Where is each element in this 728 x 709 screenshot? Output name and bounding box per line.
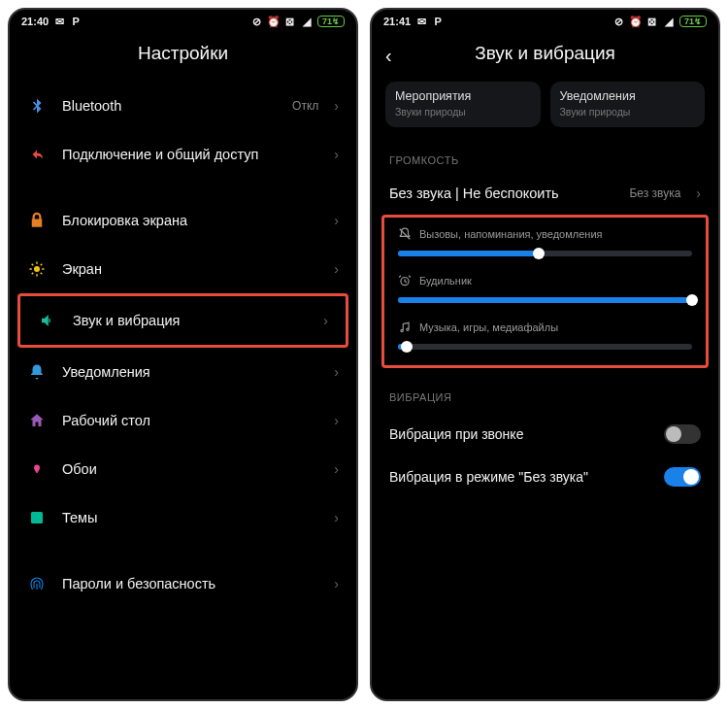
settings-row-lock[interactable]: Блокировка экрана › bbox=[10, 196, 356, 245]
title-text: Звук и вибрация bbox=[475, 43, 615, 63]
toggle-switch[interactable] bbox=[664, 467, 701, 487]
phone-sound: 21:41 ✉ P ⊘ ⏰ ⊠ ◢ 71↯ ‹ Звук и вибрация … bbox=[370, 8, 720, 701]
ringtone-cards: Мероприятия Звуки природы Уведомления Зв… bbox=[372, 82, 718, 137]
settings-row-wallpaper[interactable]: Обои › bbox=[10, 445, 356, 493]
speaker-icon bbox=[38, 311, 57, 330]
bell-off-icon bbox=[398, 227, 412, 241]
signal-icon: ◢ bbox=[663, 16, 675, 27]
phone-settings: 21:40 ✉ P ⊘ ⏰ ⊠ ◢ 71↯ Настройки Bluetoot… bbox=[8, 8, 358, 701]
section-header-volume: ГРОМКОСТЬ bbox=[372, 137, 718, 176]
svg-point-0 bbox=[34, 266, 40, 272]
page-title: Настройки bbox=[10, 29, 356, 82]
dnd-value: Без звука bbox=[629, 186, 680, 200]
card-subtitle: Звуки природы bbox=[395, 106, 531, 118]
row-label: Блокировка экрана bbox=[62, 213, 318, 228]
highlight-box: Звук и вибрация › bbox=[17, 293, 348, 348]
home-icon bbox=[27, 411, 47, 430]
card-title: Уведомления bbox=[560, 89, 696, 103]
volume-slider-music[interactable]: Музыка, игры, медиафайлы bbox=[384, 317, 706, 363]
chevron-right-icon: › bbox=[334, 413, 339, 428]
svg-line-8 bbox=[41, 264, 43, 266]
svg-line-7 bbox=[32, 273, 34, 275]
card-title: Мероприятия bbox=[395, 89, 531, 103]
row-label: Подключение и общий доступ bbox=[62, 147, 318, 162]
slider-track[interactable] bbox=[398, 297, 692, 303]
settings-row-speaker[interactable]: Звук и вибрация › bbox=[20, 296, 346, 345]
settings-row-fingerprint[interactable]: Пароли и безопасность › bbox=[10, 559, 356, 608]
row-label: Экран bbox=[62, 261, 318, 277]
slider-track[interactable] bbox=[398, 251, 692, 256]
slider-label: Вызовы, напоминания, уведомления bbox=[419, 228, 603, 240]
toggle-switch[interactable] bbox=[664, 424, 701, 444]
row-label: Обои bbox=[62, 461, 318, 477]
back-button[interactable]: ‹ bbox=[385, 45, 392, 67]
mail-icon: ✉ bbox=[53, 16, 65, 27]
chevron-right-icon: › bbox=[323, 313, 328, 328]
clock: 21:41 bbox=[383, 16, 411, 27]
alarm-icon bbox=[398, 274, 412, 287]
battery-icon: 71↯ bbox=[317, 16, 345, 27]
alarm-icon: ⏰ bbox=[630, 16, 642, 27]
lock-icon bbox=[27, 211, 47, 230]
clock: 21:40 bbox=[21, 16, 49, 27]
svg-line-6 bbox=[41, 273, 43, 275]
status-bar: 21:40 ✉ P ⊘ ⏰ ⊠ ◢ 71↯ bbox=[10, 10, 356, 29]
slider-label: Музыка, игры, медиафайлы bbox=[419, 321, 558, 333]
svg-rect-9 bbox=[31, 512, 43, 523]
row-value: Откл bbox=[292, 99, 318, 113]
mail-icon: ✉ bbox=[415, 16, 427, 27]
dnd-label: Без звука | Не беспокоить bbox=[389, 186, 613, 201]
row-label: Bluetooth bbox=[62, 98, 277, 114]
slider-track[interactable] bbox=[398, 344, 692, 350]
toggle-label: Вибрация при звонке bbox=[389, 426, 523, 442]
chevron-right-icon: › bbox=[334, 576, 339, 591]
settings-list: Bluetooth Откл › Подключение и общий дос… bbox=[10, 82, 356, 608]
settings-row-bell[interactable]: Уведомления › bbox=[10, 348, 356, 396]
chevron-right-icon: › bbox=[334, 461, 339, 477]
settings-row-themes[interactable]: Темы › bbox=[10, 493, 356, 542]
battery-icon: 71↯ bbox=[679, 16, 707, 27]
status-bar: 21:41 ✉ P ⊘ ⏰ ⊠ ◢ 71↯ bbox=[372, 10, 718, 29]
chevron-right-icon: › bbox=[334, 147, 339, 162]
highlight-box: Вызовы, напоминания, уведомления Будильн… bbox=[381, 215, 709, 368]
row-label: Уведомления bbox=[62, 364, 318, 380]
card-events[interactable]: Мероприятия Звуки природы bbox=[385, 82, 541, 127]
themes-icon bbox=[27, 508, 47, 527]
bell-icon bbox=[27, 362, 47, 382]
volume-slider-alarm[interactable]: Будильник bbox=[384, 270, 706, 317]
settings-row-brightness[interactable]: Экран › bbox=[10, 245, 356, 293]
box-icon: ⊠ bbox=[284, 16, 296, 27]
music-icon bbox=[398, 321, 412, 334]
bluetooth-icon bbox=[27, 96, 47, 116]
settings-row-home[interactable]: Рабочий стол › bbox=[10, 396, 356, 445]
row-label: Темы bbox=[62, 510, 318, 525]
card-subtitle: Звуки природы bbox=[560, 106, 696, 118]
toggle-label: Вибрация в режиме "Без звука" bbox=[389, 469, 588, 485]
fingerprint-icon bbox=[27, 574, 47, 593]
slider-label: Будильник bbox=[419, 275, 472, 287]
dnd-icon: ⊘ bbox=[251, 16, 263, 27]
signal-icon: ◢ bbox=[301, 16, 313, 27]
toggle-row: Вибрация в режиме "Без звука" bbox=[372, 456, 718, 498]
dnd-row[interactable]: Без звука | Не беспокоить Без звука › bbox=[372, 176, 718, 211]
box-icon: ⊠ bbox=[646, 16, 658, 27]
share-icon bbox=[27, 145, 47, 164]
row-label: Рабочий стол bbox=[62, 413, 318, 428]
chevron-right-icon: › bbox=[334, 98, 339, 114]
alarm-icon: ⏰ bbox=[268, 16, 280, 27]
wallpaper-icon bbox=[27, 459, 47, 479]
chevron-right-icon: › bbox=[334, 510, 339, 525]
page-title: ‹ Звук и вибрация bbox=[372, 29, 718, 82]
row-label: Пароли и безопасность bbox=[62, 576, 318, 591]
p-icon: P bbox=[70, 16, 82, 27]
row-label: Звук и вибрация bbox=[73, 313, 308, 328]
card-notifications[interactable]: Уведомления Звуки природы bbox=[550, 82, 706, 127]
toggle-row: Вибрация при звонке bbox=[372, 413, 718, 456]
section-header-vibration: ВИБРАЦИЯ bbox=[372, 374, 718, 413]
p-icon: P bbox=[432, 16, 444, 27]
volume-slider-bell-off[interactable]: Вызовы, напоминания, уведомления bbox=[384, 223, 706, 270]
svg-line-5 bbox=[32, 264, 34, 266]
settings-row-share[interactable]: Подключение и общий доступ › bbox=[10, 130, 356, 179]
settings-row-bluetooth[interactable]: Bluetooth Откл › bbox=[10, 82, 356, 130]
chevron-right-icon: › bbox=[696, 186, 701, 201]
